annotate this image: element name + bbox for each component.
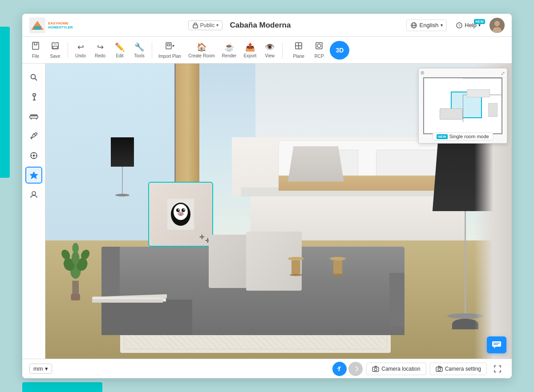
export-icon: 📤 [245,42,255,52]
svg-marker-61 [494,347,496,348]
svg-point-10 [494,21,500,26]
create-room-icon: 🏠 [197,42,206,52]
public-badge[interactable]: Public ▾ [188,20,223,30]
svg-rect-12 [32,42,39,49]
svg-point-45 [178,209,179,210]
toolbar-sep-3 [282,42,283,58]
rcp-icon [315,41,324,52]
unit-select[interactable]: mm ▾ [29,364,52,374]
sidebar-item-paint[interactable] [25,128,42,144]
globe-icon [410,22,417,29]
camera-setting-icon [436,365,443,372]
svg-point-44 [182,208,185,212]
svg-line-24 [35,79,37,81]
svg-point-66 [440,367,441,368]
minimap-room [423,77,502,134]
redo-button[interactable]: ↪ Redo [90,40,110,60]
plane-icon [294,41,303,52]
top-bar: EASYHOME HOMESTYLER Public ▾ Cabaña Mode… [22,14,512,37]
svg-point-56 [73,243,79,253]
sidebar-item-compass[interactable] [25,147,42,164]
help-button[interactable]: ? Help NEW ▾ [452,20,484,31]
svg-text:?: ? [458,24,461,28]
bottom-bar-right: Camera location Camera setting [332,362,505,376]
file-button[interactable]: File [26,40,45,60]
import-plan-button[interactable]: Import Plan [155,40,185,60]
3d-view-button[interactable]: 3D [330,41,349,60]
toolbar-file-group: File Save [26,40,65,60]
bottom-bar: mm ▾ [22,359,512,378]
sidebar-item-profile[interactable] [25,186,42,203]
lock-icon [192,22,198,28]
sidebar-item-hammer[interactable] [25,88,42,105]
create-room-button[interactable]: 🏠 Create Room [185,40,218,60]
redo-icon: ↪ [97,42,104,52]
nav-arrows [332,362,363,376]
render-button[interactable]: ☕ Render [218,40,240,60]
top-bar-center: Public ▾ Cabaña Moderna [78,20,401,30]
svg-rect-14 [54,43,57,45]
svg-rect-3 [193,25,198,28]
plane-view-button[interactable]: Plane [289,40,308,60]
nav-arrow-left-button[interactable] [332,362,347,376]
tools-button[interactable]: 🔧 Tools [129,40,149,60]
expand-button[interactable] [490,362,505,376]
books-stack [92,285,167,303]
minimap-canvas: ⊞ ⤢ [419,68,507,143]
rcp-view-button[interactable]: RCP [309,40,329,60]
user-avatar[interactable] [490,18,505,33]
svg-rect-17 [167,44,170,46]
svg-point-22 [317,44,321,48]
camera-location-button[interactable]: Camera location [366,363,426,375]
new-badge: NEW [474,19,485,24]
export-button[interactable]: 📤 Export [240,40,260,60]
sidebar-item-furniture[interactable] [25,108,42,125]
svg-marker-38 [30,172,37,179]
language-button[interactable]: English ▾ [406,20,447,31]
svg-point-23 [31,75,35,79]
viewport[interactable]: ✛ [45,64,512,359]
sidebar-item-favorites[interactable] [25,167,42,184]
logo-text: EASYHOME HOMESTYLER [48,21,73,29]
sidebar-item-search[interactable] [25,69,42,86]
stool-1 [288,257,304,276]
tools-icon: 🔧 [134,42,144,52]
minimap-expand-icon[interactable]: ⤢ [501,70,505,76]
svg-point-65 [438,368,441,371]
main-content: ✛ [22,64,512,359]
logo-area: EASYHOME HOMESTYLER [29,17,73,33]
svg-point-63 [374,368,377,371]
unit-chevron-icon: ▾ [45,365,48,372]
toolbar-edit-group: ↩ Undo ↪ Redo ✏️ Edit 🔧 Tools [71,40,149,60]
minimap: ⊞ ⤢ NEW Single room mode [418,68,507,144]
render-icon: ☕ [224,42,234,52]
svg-point-43 [176,208,180,212]
toolbar-sep-1 [68,42,68,58]
edit-button[interactable]: ✏️ Edit [110,40,129,60]
plant [59,217,92,305]
app-window: EASYHOME HOMESTYLER Public ▾ Cabaña Mode… [22,14,512,378]
svg-rect-57 [71,294,81,300]
stool-2 [330,257,346,276]
save-button[interactable]: Save [45,40,65,60]
undo-button[interactable]: ↩ Undo [71,40,90,60]
dropdown-chevron: ▾ [216,23,218,28]
help-circle-icon: ? [456,22,463,29]
save-icon [51,41,60,52]
teal-accent-left [0,27,10,178]
import-plan-icon [165,41,175,52]
svg-point-39 [32,192,36,195]
edit-icon: ✏️ [115,42,125,52]
svg-rect-21 [316,43,322,49]
view-button[interactable]: 👁️ View [260,40,279,60]
svg-rect-2 [34,26,41,30]
nav-arrow-right-button[interactable] [348,362,363,376]
project-title: Cabaña Moderna [230,21,291,30]
minimap-info-icon: ⊞ [421,70,424,75]
table-lamp-left [111,137,134,196]
camera-setting-button[interactable]: Camera setting [430,363,487,375]
logo-icon [29,17,45,33]
svg-rect-15 [53,46,57,48]
range-hood [288,146,344,182]
chat-button[interactable] [487,336,506,353]
